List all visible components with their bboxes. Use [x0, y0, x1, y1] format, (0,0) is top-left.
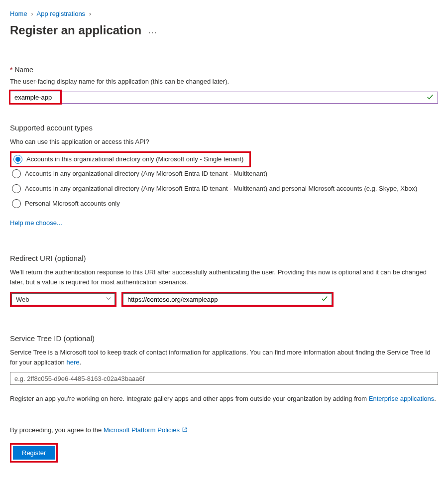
uri-input-cell — [123, 293, 332, 305]
page-title-row: Register an application ··· — [10, 21, 438, 38]
platform-policies-link[interactable]: Microsoft Platform Policies — [104, 426, 188, 434]
redirect-uri-row: Web — [10, 292, 438, 307]
name-label: *Name — [10, 66, 438, 74]
more-actions-icon[interactable]: ··· — [148, 27, 157, 38]
service-tree-input[interactable] — [10, 372, 438, 385]
service-tree-here-link[interactable]: here — [66, 359, 79, 366]
radio-personal-only[interactable] — [12, 199, 21, 208]
name-input-wrap — [10, 92, 438, 104]
radio-label-single-tenant: Accounts in this organizational director… — [26, 155, 245, 164]
platform-select[interactable]: Web — [11, 293, 115, 305]
service-tree-section: Service Tree ID (optional) Service Tree … — [10, 334, 438, 385]
radio-multitenant-personal[interactable] — [12, 184, 21, 193]
radio-multitenant[interactable] — [12, 169, 21, 178]
enterprise-applications-link[interactable]: Enterprise applications — [369, 395, 435, 402]
policies-line: By proceeding, you agree to the Microsof… — [10, 426, 438, 434]
radio-row-multitenant[interactable]: Accounts in any organizational directory… — [10, 167, 438, 180]
account-types-section: Supported account types Who can use this… — [10, 123, 438, 227]
account-types-question: Who can use this application or access t… — [10, 137, 438, 147]
radio-row-single-tenant[interactable]: Accounts in this organizational director… — [11, 153, 247, 166]
service-tree-heading: Service Tree ID (optional) — [10, 334, 438, 343]
account-types-radio-group: Accounts in this organizational director… — [10, 151, 438, 210]
uri-highlight-box — [121, 292, 334, 307]
radio-label-multitenant-personal: Accounts in any organizational directory… — [25, 184, 419, 193]
divider — [10, 417, 438, 417]
redirect-uri-section: Redirect URI (optional) We'll return the… — [10, 254, 438, 307]
radio-row-multitenant-personal[interactable]: Accounts in any organizational directory… — [10, 182, 438, 195]
redirect-uri-desc: We'll return the authentication response… — [10, 267, 438, 287]
radio-single-tenant[interactable] — [13, 155, 22, 164]
account-types-heading: Supported account types — [10, 123, 438, 132]
name-description: The user-facing display name for this ap… — [10, 77, 438, 87]
redirect-uri-heading: Redirect URI (optional) — [10, 254, 438, 262]
service-tree-desc: Service Tree is a Microsoft tool to keep… — [10, 348, 438, 367]
radio-row-personal-only[interactable]: Personal Microsoft accounts only — [10, 197, 438, 210]
radio-highlight-box: Accounts in this organizational director… — [10, 151, 251, 167]
required-asterisk: * — [10, 66, 12, 74]
redirect-uri-input[interactable] — [123, 293, 332, 305]
radio-label-personal-only: Personal Microsoft accounts only — [25, 199, 122, 208]
breadcrumb-app-registrations[interactable]: App registrations — [37, 10, 86, 17]
page-title: Register an application — [10, 23, 141, 37]
help-me-choose-link[interactable]: Help me choose... — [10, 219, 62, 227]
external-link-icon — [182, 427, 188, 434]
name-section: *Name The user-facing display name for t… — [10, 66, 438, 104]
breadcrumb-sep-1: › — [31, 10, 33, 17]
footer-note: Register an app you're working on here. … — [10, 394, 438, 404]
register-button[interactable]: Register — [13, 446, 55, 460]
radio-label-multitenant: Accounts in any organizational directory… — [25, 169, 269, 178]
chevron-down-icon — [106, 296, 112, 303]
breadcrumb-home[interactable]: Home — [10, 10, 27, 17]
platform-highlight-box: Web — [10, 292, 116, 307]
policies-pre: By proceeding, you agree to the — [10, 426, 104, 434]
platform-select-value: Web — [16, 296, 29, 303]
name-input[interactable] — [10, 92, 438, 103]
breadcrumb-sep-2: › — [89, 10, 91, 17]
breadcrumb: Home › App registrations › — [10, 10, 438, 17]
register-highlight-box: Register — [10, 443, 58, 463]
